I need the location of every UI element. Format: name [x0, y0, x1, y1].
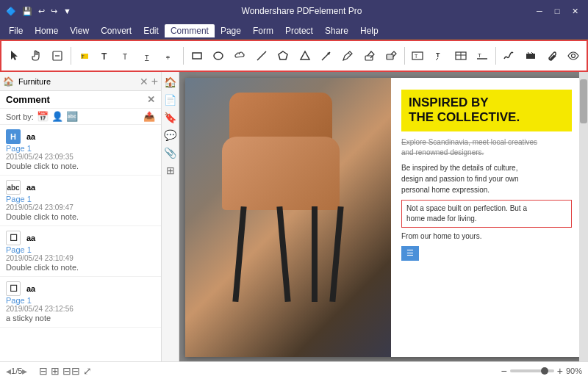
- close-button[interactable]: ✕: [567, 4, 582, 18]
- comment-item[interactable]: ☐ aa Page 1 2019/05/24 23:10:49 Double c…: [0, 226, 161, 277]
- customize-icon[interactable]: ▼: [63, 7, 71, 16]
- undo-icon[interactable]: ↩: [38, 7, 45, 16]
- svg-rect-28: [526, 54, 535, 59]
- svg-point-10: [214, 52, 223, 59]
- sort-date-icon[interactable]: 📅: [37, 111, 49, 122]
- toolbar-separator-3: [404, 47, 405, 65]
- left-icon-bar: 🏠 📄 🔖 💬 📎 ⊞: [162, 72, 179, 361]
- paperclip-icon[interactable]: 📎: [163, 145, 178, 160]
- arrow-button[interactable]: [316, 46, 336, 66]
- sidebar-tab-close[interactable]: ✕: [140, 76, 148, 87]
- bookmark-icon[interactable]: 🔖: [163, 110, 178, 125]
- chair-leg-3: [329, 206, 343, 302]
- menu-page[interactable]: Page: [215, 24, 247, 37]
- line-button[interactable]: [251, 46, 271, 66]
- menu-form[interactable]: Form: [247, 24, 279, 37]
- cloud-button[interactable]: [230, 46, 250, 66]
- comment-item[interactable]: ☐ aa Page 1 2019/05/24 23:12:56 a sticky…: [0, 277, 161, 328]
- text-xs-button[interactable]: T: [160, 46, 180, 66]
- menu-file[interactable]: File: [3, 24, 29, 37]
- sidebar-tab-add[interactable]: +: [151, 75, 158, 88]
- home-tab-icon[interactable]: 🏠: [3, 76, 14, 87]
- sidebar-tabs: 🏠 Furniture ✕ +: [0, 72, 161, 91]
- comment-text: a sticky note: [6, 314, 155, 322]
- fullscreen-icon[interactable]: ⤢: [83, 365, 92, 377]
- minimize-button[interactable]: ─: [532, 4, 547, 18]
- zoom-slider[interactable]: [510, 369, 554, 372]
- rect-button[interactable]: [187, 46, 207, 66]
- two-page-icon[interactable]: ⊟⊟: [62, 365, 80, 377]
- attach-button[interactable]: [542, 46, 562, 66]
- comment-panel-close[interactable]: ✕: [147, 94, 155, 105]
- highlight-button[interactable]: T: [74, 46, 94, 66]
- area-eraser-button[interactable]: [381, 46, 401, 66]
- prev-page-button[interactable]: ◂: [6, 365, 11, 377]
- menu-share[interactable]: Share: [319, 24, 354, 37]
- menu-help[interactable]: Help: [354, 24, 384, 37]
- menu-comment[interactable]: Comment: [165, 24, 215, 37]
- ellipse-button[interactable]: [209, 46, 229, 66]
- vertical-scrollbar[interactable]: [579, 72, 588, 361]
- triangle-button[interactable]: [295, 46, 315, 66]
- comment-date: 2019/05/24 23:09:35: [6, 153, 155, 161]
- furniture-tab[interactable]: Furniture: [14, 76, 55, 87]
- table-text-button[interactable]: [451, 46, 470, 66]
- strikethrough-text: Explore Scandinavia, meet local creative…: [401, 137, 572, 158]
- page-icon[interactable]: 📄: [163, 93, 178, 107]
- polygon-button[interactable]: [273, 46, 293, 66]
- zoom-thumb: [541, 367, 548, 375]
- main-layout: 🏠 Furniture ✕ + Comment ✕ Sort by: 📅 👤 🔤…: [0, 72, 588, 361]
- signature-button[interactable]: [499, 46, 519, 66]
- comment-icon[interactable]: 💬: [163, 128, 178, 142]
- edit-tool-button[interactable]: [48, 46, 68, 66]
- comment-avatar: abc: [6, 180, 21, 195]
- pencil-button[interactable]: [338, 46, 358, 66]
- heading-box: INSPIRED BY THE COLLECTIVE.: [401, 90, 572, 131]
- comment-panel-header: Comment ✕: [0, 91, 161, 109]
- text-medium-button[interactable]: T: [118, 46, 137, 66]
- next-page-button[interactable]: ▸: [22, 365, 27, 377]
- scroll-thumb[interactable]: [580, 79, 587, 123]
- text-box-button[interactable]: T: [408, 46, 428, 66]
- document-scroll[interactable]: INSPIRED BY THE COLLECTIVE. Explore Scan…: [179, 72, 588, 361]
- text-callout-button[interactable]: T: [429, 46, 449, 66]
- comment-panel-title: Comment: [6, 94, 50, 105]
- svg-marker-12: [279, 51, 287, 59]
- eraser-button[interactable]: [359, 46, 379, 66]
- view-mode-icons: ⊟ ⊞ ⊟⊟ ⤢: [39, 365, 92, 377]
- menu-view[interactable]: View: [64, 24, 95, 37]
- save-icon[interactable]: 💾: [22, 7, 32, 16]
- toolbar-separator-4: [495, 47, 496, 65]
- comment-item[interactable]: H aa Page 1 2019/05/24 23:09:35 Double c…: [0, 125, 161, 176]
- select-tool-button[interactable]: [4, 46, 24, 66]
- redo-icon[interactable]: ↪: [51, 7, 57, 16]
- layers-icon[interactable]: ⊞: [163, 163, 178, 178]
- text-small-button[interactable]: T: [139, 46, 159, 66]
- text-large-button[interactable]: T: [96, 46, 115, 66]
- page-text-right: INSPIRED BY THE COLLECTIVE. Explore Scan…: [391, 78, 582, 357]
- menu-edit[interactable]: Edit: [137, 24, 165, 37]
- hand-tool-button[interactable]: [26, 46, 46, 66]
- comment-item[interactable]: abc aa Page 1 2019/05/24 23:09:47 Double…: [0, 176, 161, 226]
- eye-button[interactable]: [564, 46, 584, 66]
- sort-author-icon[interactable]: 👤: [51, 111, 63, 122]
- comment-date: 2019/05/24 23:09:47: [6, 203, 155, 212]
- sort-export-icon[interactable]: 📤: [143, 111, 155, 122]
- single-page-icon[interactable]: ⊟: [39, 365, 48, 377]
- zoom-out-button[interactable]: −: [501, 365, 507, 377]
- zoom-in-button[interactable]: +: [557, 365, 563, 377]
- stamp-button[interactable]: T: [472, 46, 492, 66]
- menu-protect[interactable]: Protect: [279, 24, 319, 37]
- window-controls: ─ □ ✕: [532, 4, 582, 18]
- redact-button[interactable]: [520, 46, 540, 66]
- continuous-icon[interactable]: ⊞: [51, 365, 60, 377]
- home-icon[interactable]: 🏠: [163, 75, 178, 90]
- maximize-button[interactable]: □: [550, 4, 564, 18]
- comment-date: 2019/05/24 23:12:56: [6, 305, 155, 313]
- comment-text: Double click to note.: [6, 212, 155, 221]
- comment-avatar: H: [6, 129, 21, 144]
- menu-home[interactable]: Home: [29, 24, 64, 37]
- sort-type-icon[interactable]: 🔤: [66, 111, 78, 122]
- menu-convert[interactable]: Convert: [95, 24, 137, 37]
- status-bar: ◂ 1 / 5 ▸ ⊟ ⊞ ⊟⊟ ⤢ − + 90%: [0, 361, 588, 379]
